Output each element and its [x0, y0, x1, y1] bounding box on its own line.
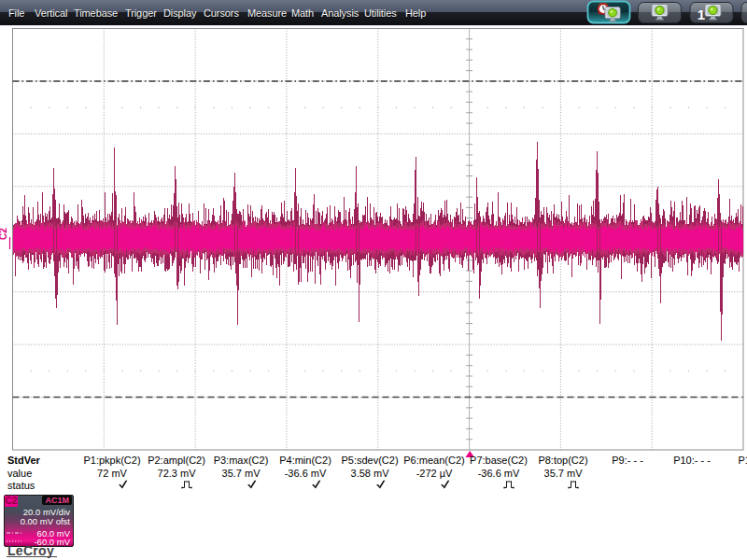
svg-text:1: 1 — [698, 7, 705, 22]
svg-text:C2: C2 — [0, 228, 8, 240]
